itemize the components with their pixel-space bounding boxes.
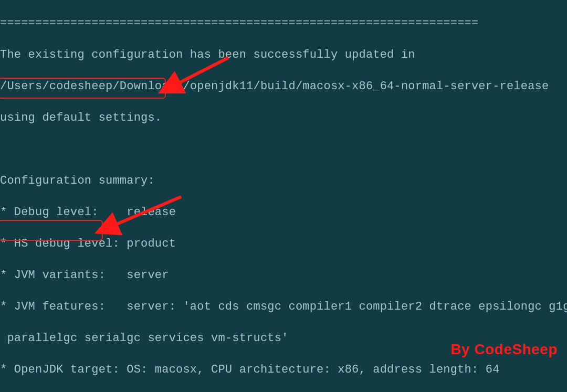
intro-line-1: The existing configuration has been succ… [0, 47, 567, 63]
terminal-output: ========================================… [0, 0, 567, 392]
intro-line-3: using default settings. [0, 110, 567, 126]
config-jvm-features-1: * JVM features: server: 'aot cds cmsgc c… [0, 299, 567, 315]
blank-line [0, 142, 567, 157]
config-jvm-features-2: parallelgc serialgc services vm-structs' [0, 331, 567, 346]
divider-line: ========================================… [0, 16, 567, 31]
config-jvm-variants: * JVM variants: server [0, 268, 567, 283]
config-header: Configuration summary: [0, 173, 567, 189]
config-hs-debug-level: * HS debug level: product [0, 236, 567, 252]
config-debug-level: * Debug level: release [0, 205, 567, 220]
intro-line-2: /Users/codesheep/Downloads/openjdk11/bui… [0, 79, 567, 94]
config-openjdk-target: * OpenJDK target: OS: macosx, CPU archit… [0, 362, 567, 378]
